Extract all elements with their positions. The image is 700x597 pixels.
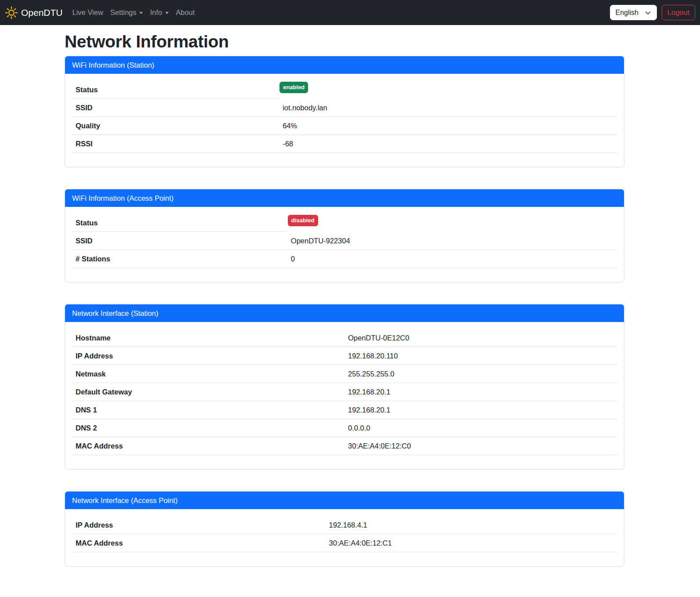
table-row: MAC Address30:AE:A4:0E:12:C0 [72,437,617,455]
row-label: SSID [72,99,279,117]
row-label: Status [72,214,287,232]
brand[interactable]: OpenDTU [5,6,63,19]
language-select[interactable]: English [610,5,657,20]
row-label: MAC Address [72,437,345,455]
card-header: WiFi Information (Access Point) [65,189,624,207]
table-row: DNS 20.0.0.0 [72,419,617,437]
nav-item-label: Live View [73,8,103,17]
row-label: DNS 1 [72,401,345,419]
status-badge: enabled [279,82,308,93]
row-value: 192.168.20.1 [345,401,617,419]
card-body: HostnameOpenDTU-0E12C0IP Address192.168.… [65,322,624,469]
caret-down-icon [165,12,169,14]
nav-item-info[interactable]: Info [146,5,172,20]
row-label: RSSI [72,135,279,153]
chevron-down-icon [645,9,651,16]
card-body: StatusenabledSSIDiot.nobody.lanQuality64… [65,74,624,167]
table-row: HostnameOpenDTU-0E12C0 [72,329,617,347]
page-title: Network Information [65,32,624,52]
row-label: DNS 2 [72,419,345,437]
navbar: OpenDTU Live ViewSettingsInfoAbout Engli… [0,0,700,25]
row-value-cell: enabled [279,81,617,99]
row-label: Status [72,81,279,99]
nav-item-about[interactable]: About [172,5,198,20]
row-value: OpenDTU-922304 [287,232,617,250]
table-row: RSSI-68 [72,135,617,153]
info-card: Network Interface (Access Point)IP Addre… [65,491,624,567]
nav-item-label: Settings [110,8,137,17]
row-label: IP Address [72,516,326,534]
row-value: 192.168.20.110 [345,347,617,365]
brand-label: OpenDTU [21,7,63,18]
table-row: IP Address192.168.4.1 [72,516,617,534]
info-table: HostnameOpenDTU-0E12C0IP Address192.168.… [72,329,617,455]
card-header: Network Interface (Station) [65,304,624,322]
info-table: StatusenabledSSIDiot.nobody.lanQuality64… [72,81,617,153]
row-value-cell: disabled [287,214,617,232]
main-content: Network Information WiFi Information (St… [65,32,624,567]
table-row: Quality64% [72,117,617,135]
row-value: 0 [287,250,617,268]
navbar-right: English Logout [610,5,695,20]
row-value: 0.0.0.0 [345,419,617,437]
table-row: SSIDiot.nobody.lan [72,99,617,117]
info-table: IP Address192.168.4.1MAC Address30:AE:A4… [72,516,617,552]
table-row: MAC Address30:AE:A4:0E:12:C1 [72,534,617,552]
row-label: Hostname [72,329,345,347]
info-card: WiFi Information (Station)StatusenabledS… [65,56,624,167]
cards-container: WiFi Information (Station)StatusenabledS… [65,56,624,567]
card-header: WiFi Information (Station) [65,56,624,74]
row-value: iot.nobody.lan [279,99,617,117]
card-body: IP Address192.168.4.1MAC Address30:AE:A4… [65,509,624,566]
table-row: IP Address192.168.20.110 [72,347,617,365]
info-table: StatusdisabledSSIDOpenDTU-922304# Statio… [72,214,617,268]
nav-item-label: Info [150,8,162,17]
table-row: DNS 1192.168.20.1 [72,401,617,419]
card-body: StatusdisabledSSIDOpenDTU-922304# Statio… [65,207,624,282]
table-row: # Stations0 [72,250,617,268]
row-value: 192.168.20.1 [345,383,617,401]
table-row: Statusdisabled [72,214,617,232]
info-card: WiFi Information (Access Point)Statusdis… [65,189,624,282]
table-row: Netmask255.255.255.0 [72,365,617,383]
row-value: 255.255.255.0 [345,365,617,383]
status-badge: disabled [288,215,318,226]
nav-links: Live ViewSettingsInfoAbout [69,5,199,20]
logout-button[interactable]: Logout [662,5,695,20]
row-value: 192.168.4.1 [326,516,617,534]
nav-item-label: About [176,8,195,17]
card-header: Network Interface (Access Point) [65,492,624,509]
row-label: Default Gateway [72,383,345,401]
info-card: Network Interface (Station)HostnameOpenD… [65,304,624,470]
nav-item-live-view[interactable]: Live View [69,5,107,20]
caret-down-icon [139,12,143,14]
row-label: Quality [72,117,279,135]
row-value: OpenDTU-0E12C0 [345,329,617,347]
language-select-value: English [616,9,638,17]
table-row: Statusenabled [72,81,617,99]
row-label: MAC Address [72,534,326,552]
row-label: IP Address [72,347,345,365]
table-row: Default Gateway192.168.20.1 [72,383,617,401]
sun-icon [5,6,18,19]
table-row: SSIDOpenDTU-922304 [72,232,617,250]
row-label: # Stations [72,250,287,268]
nav-item-settings[interactable]: Settings [107,5,147,20]
row-label: Netmask [72,365,345,383]
row-value: 30:AE:A4:0E:12:C0 [345,437,617,455]
row-label: SSID [72,232,287,250]
row-value: -68 [279,135,617,153]
row-value: 30:AE:A4:0E:12:C1 [326,534,617,552]
row-value: 64% [279,117,617,135]
